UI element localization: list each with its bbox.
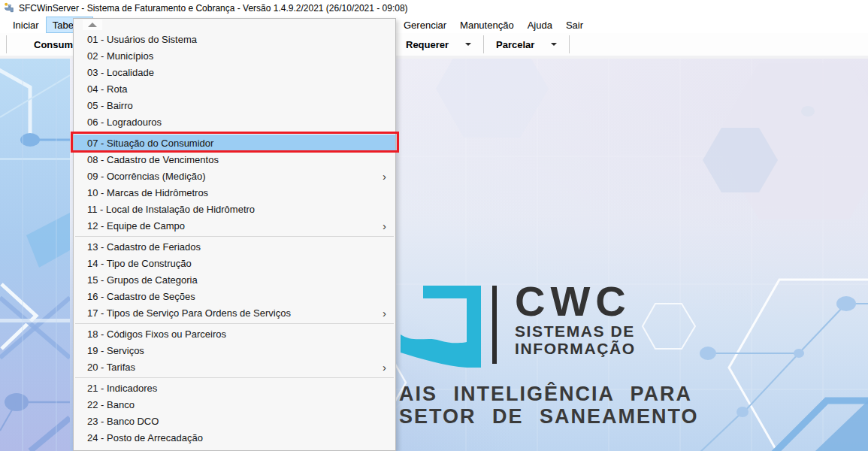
menu-item-label: 19 - Serviços xyxy=(87,345,144,356)
chevron-right-icon: › xyxy=(383,307,386,319)
cwc-logo: CWC SISTEMAS DE INFORMAÇÃO xyxy=(401,283,636,372)
menubar-item-sair[interactable]: Sair xyxy=(559,17,590,33)
menubar-item-iniciar[interactable]: Iniciar xyxy=(6,17,46,33)
menu-item-20[interactable]: 20 - Tarifas› xyxy=(74,359,395,375)
menu-item-label: 08 - Cadastro de Vencimentos xyxy=(87,154,219,165)
menubar-item-ajuda[interactable]: Ajuda xyxy=(521,17,559,33)
menu-item-13[interactable]: 13 - Cadastro de Feriados xyxy=(74,238,395,255)
app-window: SFCWinServer - Sistema de Faturamento e … xyxy=(0,0,868,451)
logo-subtext-line1: SISTEMAS DE xyxy=(515,322,636,340)
menu-item-23[interactable]: 23 - Banco DCO xyxy=(74,413,395,429)
menu-item-15[interactable]: 15 - Grupos de Categoria xyxy=(74,271,395,288)
menu-item-18[interactable]: 18 - Códigos Fixos ou Parceiros xyxy=(74,325,395,342)
menu-item-label: 06 - Logradouros xyxy=(87,117,162,128)
menu-item-label: 23 - Banco DCO xyxy=(87,416,159,427)
menu-item-label: 07 - Situação do Consumidor xyxy=(87,138,213,149)
menu-item-label: 20 - Tarifas xyxy=(87,362,135,373)
menu-item-22[interactable]: 22 - Banco xyxy=(74,396,395,413)
left-hexagon-band xyxy=(0,59,70,451)
window-title: SFCWinServer - Sistema de Faturamento e … xyxy=(19,3,408,14)
menu-item-label: 18 - Códigos Fixos ou Parceiros xyxy=(87,328,226,340)
parcelar-button[interactable]: Parcelar xyxy=(491,39,561,50)
menu-item-label: 13 - Cadastro de Feriados xyxy=(87,241,201,253)
toolbar-separator xyxy=(483,35,484,53)
menu-item-05[interactable]: 05 - Bairro xyxy=(74,97,395,114)
menu-item-label: 14 - Tipo de Construção xyxy=(87,258,192,269)
toolbar-separator xyxy=(569,35,570,53)
chevron-right-icon: › xyxy=(383,220,386,232)
menu-item-label: 24 - Posto de Arrecadação xyxy=(87,432,203,443)
menu-item-label: 05 - Bairro xyxy=(87,100,133,111)
parcelar-button-label: Parcelar xyxy=(496,39,534,50)
menu-item-17[interactable]: 17 - Tipos de Serviço Para Ordens de Ser… xyxy=(74,304,395,321)
menu-item-label: 17 - Tipos de Serviço Para Ordens de Ser… xyxy=(87,307,291,319)
tabelas-dropdown-menu: 01 - Usuários do Sistema02 - Municípios0… xyxy=(73,18,396,451)
menu-item-21[interactable]: 21 - Indicadores xyxy=(74,380,395,396)
menu-item-19[interactable]: 19 - Serviços xyxy=(74,342,395,359)
menubar-item-gerenciar[interactable]: Gerenciar xyxy=(397,17,453,33)
menu-item-label: 16 - Cadastro de Seções xyxy=(87,291,195,302)
cwc-logo-mark-icon xyxy=(401,283,483,372)
logo-divider xyxy=(492,286,497,364)
menu-item-label: 03 - Localidade xyxy=(87,67,154,78)
menu-item-label: 02 - Municípios xyxy=(87,50,153,62)
triangle-down-icon[interactable] xyxy=(465,43,471,46)
logo-text-cwc: CWC xyxy=(515,280,636,322)
menu-item-12[interactable]: 12 - Equipe de Campo› xyxy=(74,217,395,234)
menu-item-label: 01 - Usuários do Sistema xyxy=(87,34,197,45)
logo-subtext-line2: INFORMAÇÃO xyxy=(515,340,636,357)
tagline-line1: AIS INTELIGÊNCIA PARA xyxy=(399,383,699,405)
menu-item-03[interactable]: 03 - Localidade xyxy=(74,64,395,80)
menubar-item-manutencao[interactable]: Manutenção xyxy=(453,17,521,33)
menu-item-label: 21 - Indicadores xyxy=(87,383,157,394)
chevron-right-icon: › xyxy=(383,362,386,373)
menu-item-04[interactable]: 04 - Rota xyxy=(74,80,395,97)
menu-item-24[interactable]: 24 - Posto de Arrecadação xyxy=(74,429,395,446)
menu-item-10[interactable]: 10 - Marcas de Hidrômetros xyxy=(74,184,395,201)
menu-item-07[interactable]: 07 - Situação do Consumidor xyxy=(74,135,395,151)
menu-scroll-up[interactable] xyxy=(74,19,395,31)
menu-item-label: 04 - Rota xyxy=(87,83,127,95)
menu-item-label: 15 - Grupos de Categoria xyxy=(87,274,198,286)
menu-item-label: 22 - Banco xyxy=(87,399,135,410)
menu-item-01[interactable]: 01 - Usuários do Sistema xyxy=(74,31,395,47)
chevron-right-icon: › xyxy=(383,171,386,182)
menu-item-label: 10 - Marcas de Hidrômetros xyxy=(87,187,208,198)
faucet-icon xyxy=(3,2,15,14)
triangle-down-icon[interactable] xyxy=(551,43,557,46)
menu-item-02[interactable]: 02 - Municípios xyxy=(74,47,395,64)
menu-item-06[interactable]: 06 - Logradouros xyxy=(74,114,395,130)
menu-item-label: 09 - Ocorrências (Medição) xyxy=(87,171,206,182)
toolbar-separator xyxy=(6,35,7,53)
menu-item-14[interactable]: 14 - Tipo de Construção xyxy=(74,255,395,271)
banner-tagline: AIS INTELIGÊNCIA PARA SETOR DE SANEAMENT… xyxy=(399,383,699,428)
title-bar: SFCWinServer - Sistema de Faturamento e … xyxy=(0,0,868,17)
menu-item-08[interactable]: 08 - Cadastro de Vencimentos xyxy=(74,151,395,168)
menu-item-16[interactable]: 16 - Cadastro de Seções xyxy=(74,288,395,304)
menu-item-label: 11 - Local de Instalação de Hidrômetro xyxy=(87,204,255,215)
menu-item-11[interactable]: 11 - Local de Instalação de Hidrômetro xyxy=(74,201,395,217)
menu-item-09[interactable]: 09 - Ocorrências (Medição)› xyxy=(74,168,395,184)
triangle-up-icon xyxy=(88,23,97,27)
menu-item-label: 12 - Equipe de Campo xyxy=(87,220,185,232)
tagline-line2: SETOR DE SANEAMENTO xyxy=(399,405,699,428)
requerer-button[interactable]: Requerer xyxy=(401,39,476,50)
requerer-button-label: Requerer xyxy=(406,39,449,50)
